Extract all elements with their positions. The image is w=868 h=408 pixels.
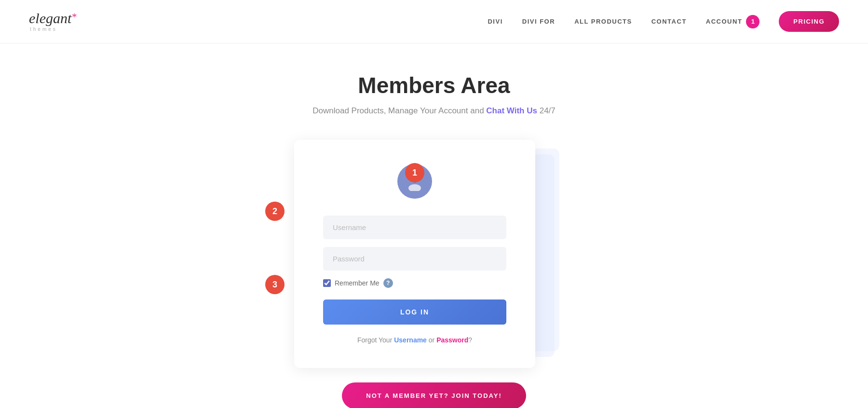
- card-container: 1 2 3: [294, 140, 574, 368]
- header: elegant* themes DIVI DIVI FOR ALL PRODUC…: [0, 0, 868, 43]
- nav-item-contact[interactable]: CONTACT: [651, 18, 687, 25]
- main-nav: DIVI DIVI FOR ALL PRODUCTS CONTACT ACCOU…: [488, 11, 839, 32]
- pricing-button[interactable]: PRICING: [779, 11, 839, 32]
- username-input[interactable]: [323, 216, 506, 239]
- join-button[interactable]: NOT A MEMBER YET? JOIN TODAY!: [342, 382, 526, 408]
- subtitle-pre: Download Products, Manage Your Account a…: [312, 106, 486, 115]
- forgot-text: Forgot Your Username or Password?: [323, 336, 506, 344]
- main-content: Members Area Download Products, Manage Y…: [0, 43, 868, 408]
- forgot-mid: or: [427, 336, 436, 344]
- annotation-badge-1: 1: [405, 163, 424, 182]
- annotation-badge-2: 2: [265, 202, 285, 221]
- forgot-post: ?: [468, 336, 472, 344]
- subtitle-post: 24/7: [537, 106, 556, 115]
- remember-me-label: Remember Me: [335, 279, 380, 287]
- logo-text: elegant: [29, 11, 71, 26]
- page-title: Members Area: [358, 72, 510, 98]
- forgot-password-link[interactable]: Password: [436, 336, 468, 344]
- remember-me-checkbox[interactable]: [323, 279, 331, 287]
- forgot-username-link[interactable]: Username: [394, 336, 427, 344]
- annotation-badge-3: 3: [265, 275, 285, 294]
- nav-item-divi-for[interactable]: DIVI FOR: [522, 18, 555, 25]
- password-input[interactable]: [323, 247, 506, 271]
- logo-tagline: themes: [30, 27, 57, 32]
- logo[interactable]: elegant* themes: [29, 11, 77, 32]
- svg-point-1: [408, 184, 421, 191]
- login-button[interactable]: LOG IN: [323, 299, 506, 325]
- chat-link[interactable]: Chat With Us: [486, 106, 537, 115]
- remember-help-icon[interactable]: ?: [383, 278, 393, 288]
- nav-item-divi[interactable]: DIVI: [488, 18, 502, 25]
- logo-asterisk: *: [72, 11, 77, 23]
- account-nav-group: ACCOUNT 1: [706, 15, 760, 28]
- account-notification-badge[interactable]: 1: [746, 15, 760, 28]
- forgot-pre: Forgot Your: [357, 336, 394, 344]
- nav-item-account[interactable]: ACCOUNT: [706, 18, 743, 25]
- nav-item-all-products[interactable]: ALL PRODUCTS: [574, 18, 632, 25]
- remember-me-row: Remember Me ?: [323, 278, 506, 288]
- page-subtitle: Download Products, Manage Your Account a…: [312, 106, 556, 116]
